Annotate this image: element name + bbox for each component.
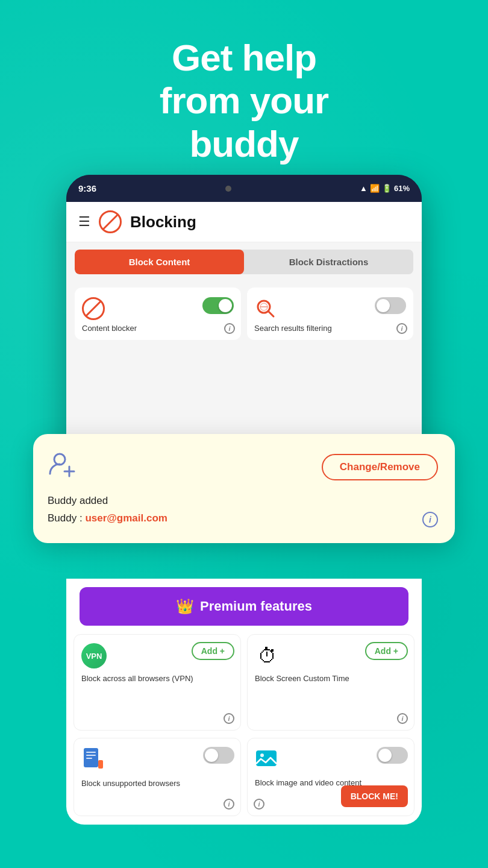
buddy-info-icon[interactable]: i xyxy=(422,512,438,527)
signal-icon: 📶 xyxy=(370,184,380,193)
battery-icon: 🔋 xyxy=(382,184,392,193)
svg-rect-13 xyxy=(256,750,277,766)
buddy-email: user@gmail.com xyxy=(85,512,167,524)
premium-banner-wrapper: 👑 Premium features xyxy=(66,579,422,626)
block-unsupported-label: Block unsupported browsers xyxy=(81,778,233,789)
crown-icon: 👑 xyxy=(176,598,194,615)
content-blocker-card: Content blocker i xyxy=(75,288,241,340)
status-bar: 9:36 ▲ 📶 🔋 61% xyxy=(66,175,422,202)
status-icons xyxy=(225,186,231,192)
no-block-icon xyxy=(82,297,105,320)
content-blocker-label: Content blocker xyxy=(82,324,234,333)
search-filter-card: Search results filtering i xyxy=(247,288,413,340)
block-unsupported-info-icon[interactable]: i xyxy=(224,799,234,810)
vpn-label: Block across all browsers (VPN) xyxy=(81,673,233,684)
app-header: ☰ Blocking xyxy=(66,202,422,242)
buddy-card-top: Change/Remove xyxy=(48,450,438,484)
custom-time-label: Block Screen Custom Time xyxy=(255,673,407,684)
camera-icon xyxy=(225,186,231,192)
status-right-icons: ▲ 📶 🔋 61% xyxy=(360,184,410,193)
block-image-info-icon[interactable]: i xyxy=(254,799,264,810)
premium-banner[interactable]: 👑 Premium features xyxy=(80,587,408,626)
vpn-add-button[interactable]: Add + xyxy=(192,642,234,660)
hero-heading: Get help from your buddy xyxy=(0,0,488,183)
hero-line1: Get help xyxy=(172,37,316,78)
custom-time-info-icon[interactable]: i xyxy=(397,713,408,724)
feature-cards-row: Content blocker i Search results filteri… xyxy=(66,281,422,346)
svg-rect-9 xyxy=(86,755,96,756)
status-time: 9:36 xyxy=(78,183,96,193)
vpn-info-icon[interactable]: i xyxy=(224,713,234,724)
app-title: Blocking xyxy=(130,213,196,231)
timer-icon: ⏱ xyxy=(255,643,280,668)
svg-point-4 xyxy=(54,454,65,465)
svg-rect-8 xyxy=(86,752,96,753)
content-blocker-toggle[interactable] xyxy=(202,297,234,314)
block-unsupported-card: Block unsupported browsers i xyxy=(74,738,241,816)
blocking-icon xyxy=(99,210,122,233)
block-image-card: BLOCK ME! Block image and video content … xyxy=(247,738,414,816)
block-unsupported-toggle[interactable] xyxy=(203,747,234,764)
search-filter-toggle[interactable] xyxy=(375,297,406,314)
bottom-cards-row: Block unsupported browsers i BLOCK ME! B… xyxy=(66,738,422,825)
block-me-button[interactable]: BLOCK ME! xyxy=(341,785,408,807)
search-filter-icon xyxy=(254,297,277,320)
block-image-toggle[interactable] xyxy=(377,747,408,764)
change-remove-button[interactable]: Change/Remove xyxy=(322,454,438,480)
svg-rect-10 xyxy=(86,758,92,759)
tabs-row: Block Content Block Distractions xyxy=(75,250,413,274)
hamburger-icon[interactable]: ☰ xyxy=(78,214,90,230)
tab-block-content[interactable]: Block Content xyxy=(75,250,244,274)
svg-line-1 xyxy=(268,311,274,316)
svg-rect-11 xyxy=(98,760,103,769)
premium-cards-row: VPN Add + Block across all browsers (VPN… xyxy=(66,634,422,738)
hero-line3: buddy xyxy=(190,123,299,165)
buddy-added-text: Buddy added xyxy=(48,495,108,506)
hero-line2: from your xyxy=(160,80,328,121)
tab-block-distractions[interactable]: Block Distractions xyxy=(244,250,413,274)
content-blocker-info-icon[interactable]: i xyxy=(224,323,235,334)
premium-banner-text: Premium features xyxy=(200,599,312,614)
svg-point-14 xyxy=(260,753,264,757)
add-user-icon xyxy=(48,450,77,484)
buddy-card: Change/Remove Buddy added Buddy : user@g… xyxy=(33,434,455,543)
custom-time-add-button[interactable]: Add + xyxy=(365,642,408,660)
bottom-section: 👑 Premium features VPN Add + Block acros… xyxy=(66,579,422,825)
search-filter-info-icon[interactable]: i xyxy=(396,323,407,334)
buddy-info: Buddy added Buddy : user@gmail.com xyxy=(48,492,438,527)
vpn-card: VPN Add + Block across all browsers (VPN… xyxy=(74,634,241,731)
custom-time-card: ⏱ Add + Block Screen Custom Time i xyxy=(247,634,414,731)
search-filter-label: Search results filtering xyxy=(254,324,406,333)
battery-pct: 61% xyxy=(394,184,410,193)
vpn-icon: VPN xyxy=(81,643,107,668)
wifi-icon: ▲ xyxy=(360,184,368,193)
buddy-prefix: Buddy : xyxy=(48,512,85,524)
